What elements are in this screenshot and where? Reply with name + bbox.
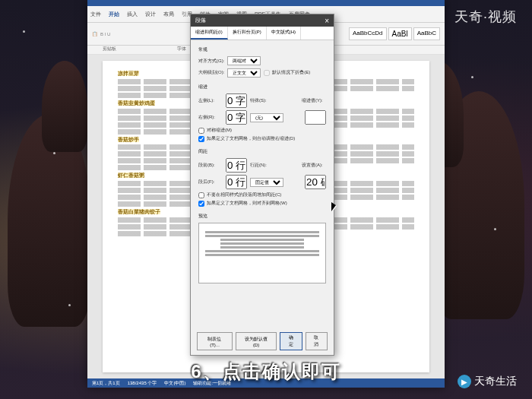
section-indent: 缩进: [198, 84, 326, 90]
status-words[interactable]: 138/2435 个字: [128, 380, 157, 387]
line-spacing-select[interactable]: 固定值: [250, 178, 283, 187]
special-by-label: 缩进值(Y):: [302, 97, 326, 104]
left-indent-label: 左侧(L):: [198, 97, 223, 104]
status-page[interactable]: 第1页，共1页: [92, 380, 120, 387]
outline-select[interactable]: 正文文本: [227, 68, 261, 78]
right-indent-label: 右侧(R):: [198, 114, 223, 121]
status-lang[interactable]: 中文(中国): [164, 380, 185, 387]
close-icon[interactable]: ×: [325, 17, 329, 25]
outline-label: 大纲级别(O):: [198, 69, 224, 76]
dialog-title: 段落: [195, 17, 206, 24]
line-at-input[interactable]: [305, 175, 326, 189]
doc-heading: 虾仁香菇粥: [118, 173, 144, 178]
section-general: 常规: [198, 46, 326, 53]
titlebar: [87, 0, 445, 6]
style-normal[interactable]: AaBbCcDd: [349, 27, 387, 40]
watermark-bottom-right: ▶ 天奇生活: [458, 375, 517, 388]
doc-heading: 香菇韭黄炒鸡蛋: [118, 100, 155, 106]
alignment-label: 对齐方式(G):: [198, 58, 224, 65]
line-spacing-label: 行距(N):: [250, 162, 274, 169]
font-tools[interactable]: B I U: [100, 32, 110, 36]
preview-box: [198, 223, 326, 283]
section-spacing: 间距: [198, 148, 326, 155]
doc-heading: 香菇炒手: [118, 137, 139, 142]
ok-button[interactable]: 确定: [280, 332, 302, 350]
tab-layout[interactable]: 布局: [163, 11, 174, 18]
special-by-input[interactable]: [305, 110, 326, 125]
before-label: 段前(B):: [198, 162, 223, 169]
right-indent-input[interactable]: [226, 110, 247, 125]
symmetric-checkbox[interactable]: [198, 128, 204, 134]
doc-heading: 凉拌豆芽: [118, 71, 139, 76]
alignment-select[interactable]: 两端对齐: [227, 56, 261, 65]
style-heading2[interactable]: AaBbC: [413, 27, 440, 40]
special-select[interactable]: (无): [250, 113, 283, 122]
dialog-tabs: 缩进和间距(I) 换行和分页(P) 中文版式(H): [191, 27, 334, 40]
nospace-checkbox[interactable]: [198, 192, 204, 198]
cancel-button[interactable]: 取消: [306, 332, 328, 350]
doc-heading: 香菇白菜猪肉饺子: [118, 209, 160, 214]
video-subtitle: 6、点击确认即可: [191, 359, 340, 384]
line-at-label: 设置值(A):: [302, 162, 326, 169]
after-label: 段后(F):: [198, 179, 223, 185]
before-input[interactable]: [226, 158, 247, 173]
dialog-titlebar[interactable]: 段落 ×: [191, 14, 334, 27]
watermark-top-right: 天奇·视频: [454, 8, 517, 26]
logo-icon: ▶: [458, 375, 471, 388]
tab-design[interactable]: 设计: [145, 11, 156, 18]
tab-line-breaks[interactable]: 换行和分页(P): [228, 27, 267, 40]
paragraph-dialog: 段落 × 缩进和间距(I) 换行和分页(P) 中文版式(H) 常规 对齐方式(G…: [190, 14, 334, 356]
tab-file[interactable]: 文件: [90, 11, 101, 18]
style-heading1[interactable]: AaBl: [388, 27, 412, 40]
collapsed-checkbox[interactable]: [264, 70, 270, 76]
after-input[interactable]: [226, 175, 247, 189]
left-indent-input[interactable]: [226, 93, 247, 108]
tab-chinese[interactable]: 中文版式(H): [267, 27, 301, 40]
paste-icon[interactable]: 📋: [92, 31, 97, 36]
set-default-button[interactable]: 设为默认值(D): [236, 332, 277, 350]
tab-indent-spacing[interactable]: 缩进和间距(I): [191, 27, 228, 40]
snap-grid-checkbox[interactable]: [198, 201, 204, 207]
section-preview: 预览: [198, 213, 326, 220]
tabs-button[interactable]: 制表位(T)...: [197, 332, 233, 350]
cursor-icon: [331, 202, 339, 213]
auto-indent-checkbox[interactable]: [198, 136, 204, 142]
special-label: 特殊(S):: [250, 97, 274, 104]
tab-home[interactable]: 开始: [109, 11, 119, 18]
tab-insert[interactable]: 插入: [127, 11, 138, 18]
